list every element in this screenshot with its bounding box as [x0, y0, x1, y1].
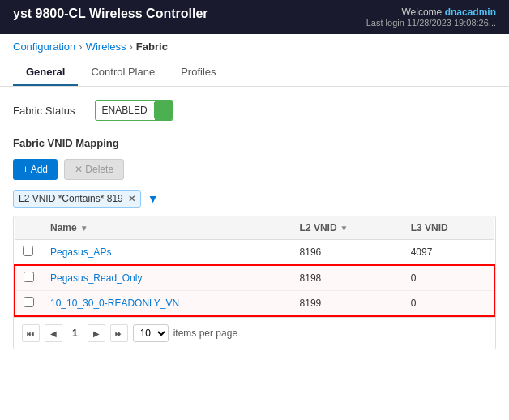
- table-header-row: Name ▼ L2 VNID ▼ L3 VNID: [15, 216, 494, 240]
- fabric-status-label: Fabric Status: [13, 105, 75, 117]
- row-checkbox-cell: [15, 291, 42, 317]
- app-header: yst 9800-CL Wireless Controller Welcome …: [0, 0, 509, 34]
- tab-profiles[interactable]: Profiles: [168, 59, 229, 86]
- prev-page-button[interactable]: ◀: [45, 324, 62, 342]
- row-checkbox[interactable]: [23, 246, 33, 256]
- user-info: Welcome dnacadmin Last login 11/28/2023 …: [366, 6, 496, 28]
- tab-bar: General Control Plane Profiles: [0, 59, 509, 87]
- next-page-button[interactable]: ▶: [88, 324, 105, 342]
- app-title: yst 9800-CL Wireless Controller: [13, 6, 208, 21]
- username: dnacadmin: [445, 6, 496, 18]
- add-button[interactable]: + Add: [13, 159, 58, 180]
- row-l3vnid-cell: 0: [403, 291, 494, 317]
- pagination: ⏮ ◀ 1 ▶ ⏭ 5 10 20 50 items per page: [14, 317, 495, 349]
- breadcrumb-wireless[interactable]: Wireless: [86, 41, 126, 53]
- breadcrumb: Configuration › Wireless › Fabric: [0, 34, 509, 59]
- action-bar: + Add ✕ Delete: [13, 159, 496, 180]
- row-checkbox-cell: [15, 265, 42, 291]
- filter-tag: L2 VNID *Contains* 819 ✕: [13, 190, 141, 208]
- row-name-link[interactable]: Pegasus_APs: [50, 246, 111, 258]
- items-per-page-select[interactable]: 5 10 20 50: [133, 324, 169, 342]
- filter-row: L2 VNID *Contains* 819 ✕ ▼: [13, 190, 496, 208]
- table-row: Pegasus_APs 8196 4097: [15, 240, 494, 266]
- col-l2vnid: L2 VNID ▼: [292, 216, 403, 240]
- breadcrumb-sep2: ›: [130, 41, 133, 53]
- delete-button[interactable]: ✕ Delete: [64, 159, 124, 180]
- row-name-cell: 10_10_30_0-READONLY_VN: [42, 291, 292, 317]
- breadcrumb-current: Fabric: [136, 41, 168, 53]
- col-name: Name ▼: [42, 216, 292, 240]
- tab-general[interactable]: General: [13, 59, 78, 86]
- breadcrumb-sep1: ›: [79, 41, 82, 53]
- fabric-status-row: Fabric Status ENABLED: [13, 100, 496, 121]
- row-checkbox[interactable]: [24, 297, 34, 307]
- breadcrumb-config[interactable]: Configuration: [13, 41, 75, 53]
- filter-icon[interactable]: ▼: [148, 192, 159, 205]
- first-page-button[interactable]: ⏮: [22, 324, 40, 342]
- name-filter-icon[interactable]: ▼: [80, 224, 88, 233]
- col-l3vnid: L3 VNID: [403, 216, 494, 240]
- current-page: 1: [67, 328, 83, 339]
- items-label: items per page: [173, 328, 237, 339]
- col-checkbox: [15, 216, 42, 240]
- table-row: Pegasus_Read_Only 8198 0: [15, 265, 494, 291]
- last-page-button[interactable]: ⏭: [110, 324, 128, 342]
- row-name-link[interactable]: Pegasus_Read_Only: [50, 272, 142, 284]
- row-checkbox-cell: [15, 240, 42, 266]
- section-title: Fabric VNID Mapping: [13, 137, 496, 149]
- row-l2vnid-cell: 8198: [292, 265, 403, 291]
- filter-tag-close[interactable]: ✕: [128, 194, 135, 204]
- row-name-link[interactable]: 10_10_30_0-READONLY_VN: [50, 298, 179, 309]
- fabric-status-indicator: [155, 101, 173, 120]
- vnid-table: Name ▼ L2 VNID ▼ L3 VNID: [14, 216, 495, 317]
- tab-control-plane[interactable]: Control Plane: [78, 59, 168, 86]
- welcome-label: Welcome: [402, 6, 443, 18]
- row-l3vnid-cell: 0: [403, 265, 494, 291]
- row-l3vnid-cell: 4097: [403, 240, 494, 266]
- row-l2vnid-cell: 8196: [292, 240, 403, 266]
- row-name-cell: Pegasus_Read_Only: [42, 265, 292, 291]
- fabric-status-value: ENABLED: [96, 102, 155, 118]
- l2vnid-filter-icon[interactable]: ▼: [340, 224, 349, 233]
- row-l2vnid-cell: 8199: [292, 291, 403, 317]
- table-row: 10_10_30_0-READONLY_VN 8199 0: [15, 291, 494, 317]
- row-checkbox[interactable]: [24, 272, 34, 282]
- last-login: Last login 11/28/2023 19:08:26...: [366, 18, 496, 28]
- filter-tag-label: L2 VNID *Contains* 819: [19, 193, 123, 204]
- main-content: Fabric Status ENABLED Fabric VNID Mappin…: [0, 87, 509, 362]
- fabric-status-badge: ENABLED: [95, 100, 173, 121]
- row-name-cell: Pegasus_APs: [42, 240, 292, 266]
- vnid-table-wrapper: Name ▼ L2 VNID ▼ L3 VNID: [13, 216, 496, 349]
